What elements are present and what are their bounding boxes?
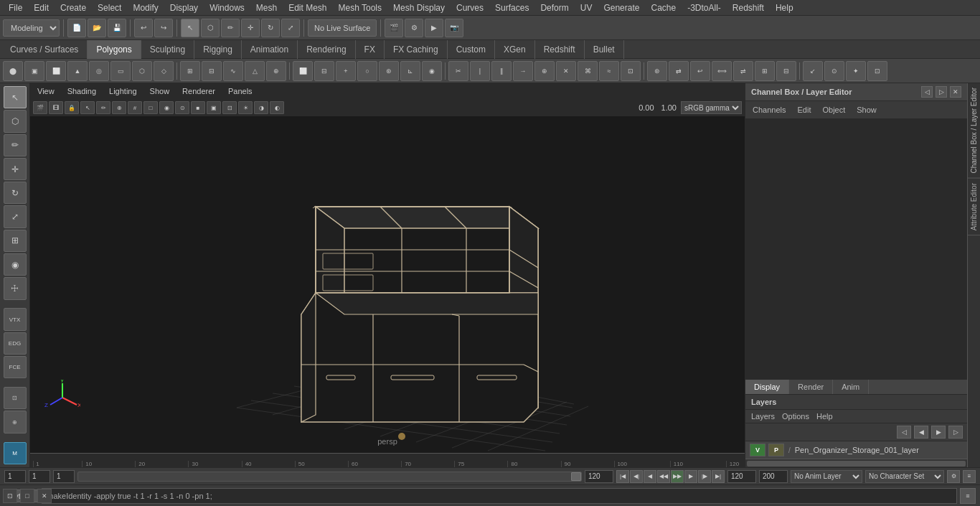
tab-redshift[interactable]: Redshift (535, 40, 585, 59)
scale-mode-btn[interactable]: ⤢ (4, 205, 27, 228)
anim-extra-btn[interactable]: ≡ (963, 470, 976, 483)
vp-menu-renderer[interactable]: Renderer (179, 87, 218, 95)
vp-menu-panels[interactable]: Panels (225, 87, 255, 95)
menu-mesh[interactable]: Mesh (250, 1, 283, 14)
universal-mode-btn[interactable]: ⊞ (4, 230, 27, 252)
vp-ao-btn[interactable]: ◐ (270, 101, 284, 114)
command-input[interactable] (42, 488, 957, 504)
vp-snap-btn[interactable]: ⊕ (112, 101, 126, 114)
tab-animation[interactable]: Animation (242, 40, 298, 59)
channel-tab-show[interactable]: Show (854, 104, 880, 116)
close-pane-btn[interactable]: ✕ (37, 489, 52, 503)
live-surface-btn[interactable]: No Live Surface (308, 19, 377, 37)
menu-file[interactable]: File (3, 1, 28, 14)
tab-polygons[interactable]: Polygons (88, 40, 141, 59)
vertex-select-btn[interactable]: VTX (4, 308, 27, 330)
mirror-btn[interactable]: ⇌ (733, 61, 753, 81)
undo-btn[interactable]: ↩ (134, 19, 153, 37)
render-settings-btn[interactable]: ⚙ (405, 19, 423, 37)
cone-btn[interactable]: ▲ (67, 61, 88, 81)
vp-light-btn[interactable]: ☀ (238, 101, 253, 114)
tab-custom[interactable]: Custom (448, 40, 495, 59)
layer-visibility-btn[interactable]: V (750, 444, 765, 456)
face-select-btn[interactable]: FCE (4, 356, 27, 378)
vp-shaded-btn[interactable]: ■ (191, 101, 205, 114)
rotate-mode-btn[interactable]: ↻ (4, 182, 27, 204)
command-options-btn[interactable]: ≡ (960, 488, 976, 504)
layer-scroll-right2-btn[interactable]: ▷ (948, 426, 963, 439)
move-tool-btn[interactable]: ✛ (241, 19, 260, 37)
separate-btn[interactable]: ⊟ (202, 61, 222, 81)
cube-btn[interactable]: ▣ (24, 61, 44, 81)
menu-windows[interactable]: Windows (204, 1, 250, 14)
playback-end-input[interactable] (727, 470, 756, 483)
vp-menu-lighting[interactable]: Lighting (106, 87, 140, 95)
tab-sculpting[interactable]: Sculpting (141, 40, 194, 59)
poke-btn[interactable]: ⊛ (379, 61, 399, 81)
menu-help[interactable]: Help (770, 1, 799, 14)
chamfer-btn[interactable]: ⊡ (621, 61, 641, 81)
menu-mesh-display[interactable]: Mesh Display (387, 1, 451, 14)
boolean-union-btn[interactable]: ⊕ (266, 61, 286, 81)
menu-curves[interactable]: Curves (451, 1, 489, 14)
rotate-tool-btn[interactable]: ↻ (261, 19, 280, 37)
timeline-slider[interactable] (77, 472, 582, 482)
target-weld-btn[interactable]: ⊛ (647, 61, 667, 81)
layer-playback-btn[interactable]: P (768, 444, 784, 456)
menu-edit[interactable]: Edit (28, 1, 55, 14)
lattice-btn[interactable]: ⊡ (867, 61, 887, 81)
attribute-editor-side-tab[interactable]: Attribute Editor (968, 179, 980, 235)
delete-edge-btn[interactable]: ✕ (556, 61, 576, 81)
save-file-btn[interactable]: 💾 (108, 19, 126, 37)
anim-layer-selector[interactable]: No Anim Layer (791, 470, 862, 483)
show-manip-btn[interactable]: ☩ (4, 277, 27, 299)
lasso-mode-btn[interactable]: ⬡ (4, 110, 27, 132)
combine-btn[interactable]: ⊞ (180, 61, 200, 81)
layer-scroll-right-btn[interactable]: ▶ (931, 426, 946, 439)
open-file-btn[interactable]: 📂 (88, 19, 106, 37)
vp-grid-btn[interactable]: # (128, 101, 142, 114)
merge-btn[interactable]: ⊕ (534, 61, 555, 81)
play-btn[interactable]: ▶▶ (671, 470, 684, 483)
tab-fx[interactable]: FX (356, 40, 385, 59)
prev-keyframe-btn[interactable]: ◀| (630, 470, 643, 483)
bevel-btn[interactable]: ⌘ (578, 61, 598, 81)
workspace-selector[interactable]: Modeling (3, 19, 60, 37)
menu-uv[interactable]: UV (575, 1, 598, 14)
single-pane-btn[interactable]: □ (20, 489, 34, 503)
offset-edge-btn[interactable]: ‖ (491, 61, 512, 81)
platonic-btn[interactable]: ◇ (154, 61, 174, 81)
viewport[interactable]: View Shading Lighting Show Renderer Pane… (30, 83, 745, 453)
wedge-btn[interactable]: ⊾ (400, 61, 420, 81)
vp-paint-sel-btn[interactable]: ✏ (96, 101, 110, 114)
scale-tool-btn[interactable]: ⤢ (281, 19, 300, 37)
tab-bullet[interactable]: Bullet (585, 40, 624, 59)
layers-menu-layers[interactable]: Layers (751, 412, 775, 421)
collapse-edge-btn[interactable]: → (513, 61, 533, 81)
vp-gamma-selector[interactable]: sRGB gamma (681, 101, 742, 114)
vp-texture-btn[interactable]: ⊡ (222, 101, 237, 114)
menu-modify[interactable]: Modify (127, 1, 164, 14)
anim-settings-btn[interactable]: ⚙ (947, 470, 960, 483)
plane-btn[interactable]: ▭ (110, 61, 131, 81)
menu-select[interactable]: Select (92, 1, 127, 14)
snapshot-btn[interactable]: 📷 (445, 19, 463, 37)
menu-surfaces[interactable]: Surfaces (489, 1, 534, 14)
edge-select-btn[interactable]: EDG (4, 332, 27, 355)
vp-menu-shading[interactable]: Shading (65, 87, 99, 95)
deform-bend-btn[interactable]: ↙ (803, 61, 823, 81)
select-tool-btn[interactable]: ↖ (181, 19, 199, 37)
goto-start-btn[interactable]: |◀ (616, 470, 629, 483)
flip-btn[interactable]: ⇄ (669, 61, 689, 81)
spin-edge-btn[interactable]: ↩ (690, 61, 710, 81)
duplicate-face-btn[interactable]: ⊞ (755, 61, 775, 81)
menu-mesh-tools[interactable]: Mesh Tools (333, 1, 387, 14)
vp-menu-show[interactable]: Show (147, 87, 173, 95)
extract-face-btn[interactable]: ⊟ (776, 61, 796, 81)
tab-anim[interactable]: Anim (833, 380, 869, 394)
fill-hole-btn[interactable]: ○ (357, 61, 377, 81)
tab-rigging[interactable]: Rigging (194, 40, 242, 59)
current-frame-input[interactable] (4, 470, 26, 483)
vp-sel-btn[interactable]: ↖ (80, 101, 95, 114)
vp-smooth-btn[interactable]: ◉ (159, 101, 174, 114)
